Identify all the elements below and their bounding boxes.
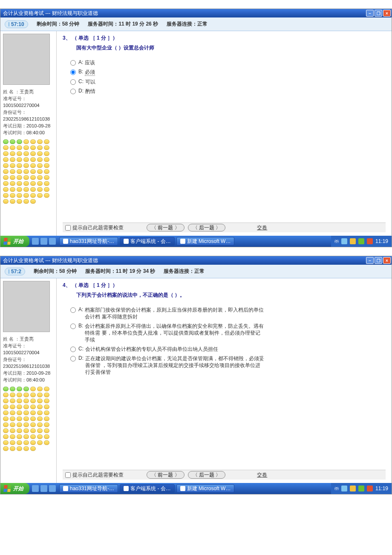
nav-question-button[interactable] bbox=[17, 145, 22, 150]
nav-question-button[interactable] bbox=[3, 387, 9, 391]
nav-question-button[interactable] bbox=[30, 428, 36, 433]
quick-icon[interactable] bbox=[32, 485, 39, 492]
nav-question-button[interactable] bbox=[37, 145, 43, 150]
quick-icon[interactable] bbox=[49, 485, 56, 492]
nav-question-button[interactable] bbox=[44, 151, 49, 156]
option-row[interactable]: D:正在建设期间的建设单位会计档案，无论其是否保管期满，都不得销毁，必须妥善保管… bbox=[70, 355, 386, 376]
option-radio[interactable] bbox=[70, 69, 76, 75]
nav-question-button[interactable] bbox=[44, 169, 49, 174]
nav-question-button[interactable] bbox=[44, 175, 49, 180]
nav-question-button[interactable] bbox=[44, 387, 49, 391]
nav-question-button[interactable] bbox=[10, 193, 15, 198]
nav-question-button[interactable] bbox=[37, 181, 43, 186]
nav-question-button[interactable] bbox=[30, 169, 36, 174]
nav-question-button[interactable] bbox=[23, 422, 29, 427]
next-button[interactable]: 〈 后一题 〉 bbox=[188, 224, 226, 231]
nav-question-button[interactable] bbox=[44, 157, 49, 162]
nav-question-button[interactable] bbox=[37, 193, 43, 198]
nav-question-button[interactable] bbox=[37, 434, 43, 439]
tray-icon[interactable] bbox=[350, 238, 356, 244]
submit-link[interactable]: 交卷 bbox=[257, 224, 267, 231]
nav-question-button[interactable] bbox=[44, 422, 49, 427]
option-radio[interactable] bbox=[70, 324, 76, 329]
start-button[interactable]: 开始 bbox=[0, 483, 29, 494]
option-row[interactable]: D:酌情 bbox=[70, 88, 386, 95]
maximize-button[interactable]: ❐ bbox=[375, 10, 382, 17]
option-row[interactable]: A:应该 bbox=[70, 59, 386, 66]
option-radio[interactable] bbox=[70, 79, 76, 85]
option-radio[interactable] bbox=[70, 356, 76, 361]
nav-question-button[interactable] bbox=[44, 428, 49, 433]
nav-question-button[interactable] bbox=[37, 139, 43, 144]
nav-question-button[interactable] bbox=[44, 416, 49, 421]
nav-question-button[interactable] bbox=[17, 163, 22, 168]
option-row[interactable]: B:必须 bbox=[70, 69, 386, 76]
nav-question-button[interactable] bbox=[37, 151, 43, 156]
nav-question-button[interactable] bbox=[3, 399, 9, 403]
nav-question-button[interactable] bbox=[10, 163, 15, 168]
nav-question-button[interactable] bbox=[44, 187, 49, 192]
nav-question-button[interactable] bbox=[23, 193, 29, 198]
nav-question-button[interactable] bbox=[3, 163, 9, 168]
option-row[interactable]: A:档案部门接收保管的会计档案，原则上应当保持原卷册的封装，即入档后的单位会计档… bbox=[70, 306, 386, 320]
option-row[interactable]: B:会计档案原件原则上不得借出，以确保单位档案的安全和完整，防止丢失。遇有特殊需… bbox=[70, 323, 386, 343]
nav-question-button[interactable] bbox=[30, 163, 36, 168]
nav-question-button[interactable] bbox=[30, 199, 36, 204]
nav-question-button[interactable] bbox=[17, 446, 22, 451]
nav-question-button[interactable] bbox=[23, 405, 29, 409]
tray-icon[interactable] bbox=[367, 238, 373, 244]
nav-question-button[interactable] bbox=[10, 187, 15, 192]
option-radio[interactable] bbox=[70, 307, 76, 313]
nav-question-button[interactable] bbox=[23, 440, 29, 445]
nav-question-button[interactable] bbox=[23, 434, 29, 439]
nav-question-button[interactable] bbox=[37, 175, 43, 180]
nav-question-button[interactable] bbox=[37, 163, 43, 168]
nav-question-button[interactable] bbox=[30, 187, 36, 192]
nav-question-button[interactable] bbox=[30, 416, 36, 421]
nav-question-button[interactable] bbox=[30, 422, 36, 427]
nav-question-button[interactable] bbox=[17, 410, 22, 415]
nav-question-button[interactable] bbox=[10, 440, 15, 445]
nav-question-button[interactable] bbox=[10, 410, 15, 415]
nav-question-button[interactable] bbox=[17, 405, 22, 409]
nav-question-button[interactable] bbox=[17, 151, 22, 156]
nav-question-button[interactable] bbox=[10, 169, 15, 174]
nav-question-button[interactable] bbox=[30, 157, 36, 162]
nav-question-button[interactable] bbox=[3, 440, 9, 445]
nav-question-button[interactable] bbox=[10, 199, 15, 204]
nav-question-button[interactable] bbox=[30, 139, 36, 144]
taskbar-app-button[interactable]: 新建 Microsoft W… bbox=[176, 484, 235, 493]
nav-question-button[interactable] bbox=[17, 416, 22, 421]
option-radio[interactable] bbox=[70, 60, 76, 66]
nav-question-button[interactable] bbox=[30, 151, 36, 156]
nav-question-button[interactable] bbox=[17, 387, 22, 391]
nav-question-button[interactable] bbox=[23, 416, 29, 421]
nav-question-button[interactable] bbox=[3, 193, 9, 198]
nav-question-button[interactable] bbox=[10, 434, 15, 439]
nav-question-button[interactable] bbox=[44, 393, 49, 397]
nav-question-button[interactable] bbox=[37, 428, 43, 433]
nav-question-button[interactable] bbox=[23, 151, 29, 156]
nav-question-button[interactable] bbox=[10, 387, 15, 391]
nav-question-button[interactable] bbox=[44, 193, 49, 198]
taskbar-app-button[interactable]: 客户端系统 - 会… bbox=[120, 237, 175, 246]
nav-question-button[interactable] bbox=[17, 193, 22, 198]
nav-question-button[interactable] bbox=[3, 416, 9, 421]
nav-question-button[interactable] bbox=[3, 169, 9, 174]
nav-question-button[interactable] bbox=[23, 199, 29, 204]
nav-question-button[interactable] bbox=[30, 446, 36, 451]
nav-question-button[interactable] bbox=[17, 181, 22, 186]
nav-question-button[interactable] bbox=[3, 410, 9, 415]
nav-question-button[interactable] bbox=[37, 405, 43, 409]
nav-question-button[interactable] bbox=[3, 393, 9, 397]
nav-question-button[interactable] bbox=[37, 410, 43, 415]
option-row[interactable]: C:会计机构保管会计档案的专职人员不得由单位出纳人员担任 bbox=[70, 346, 386, 353]
option-row[interactable]: C:可以 bbox=[70, 78, 386, 85]
close-button[interactable]: × bbox=[383, 257, 391, 264]
nav-question-button[interactable] bbox=[37, 440, 43, 445]
nav-question-button[interactable] bbox=[3, 405, 9, 409]
tray-lang-icon[interactable]: ㈜ bbox=[334, 486, 339, 491]
nav-question-button[interactable] bbox=[44, 410, 49, 415]
prev-button[interactable]: 〈 前一题 〉 bbox=[147, 224, 184, 231]
nav-question-button[interactable] bbox=[3, 157, 9, 162]
